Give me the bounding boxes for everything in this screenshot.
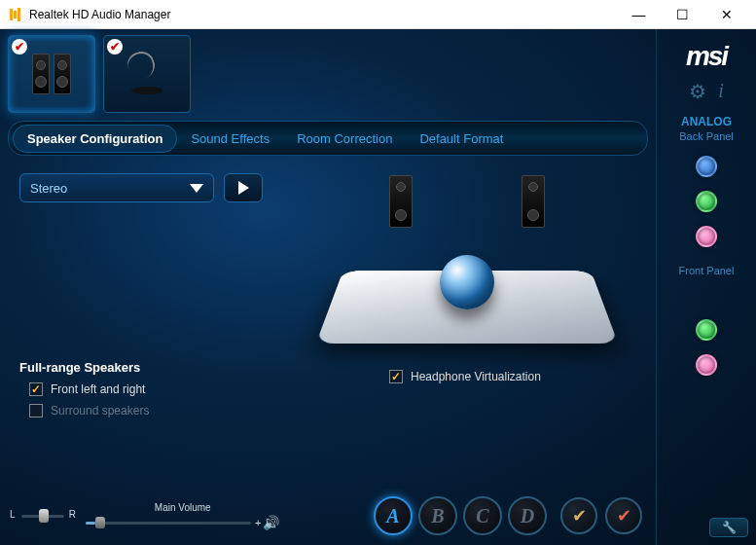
chevron-down-icon (190, 184, 203, 193)
device-selector-row: ✔ ✔ (0, 29, 656, 117)
analog-label: ANALOG (681, 115, 732, 128)
tab-room-correction[interactable]: Room Correction (283, 126, 406, 152)
bottom-bar: L R Main Volume + 🔊 A B C D (0, 487, 656, 545)
volume-plus-icon: + (255, 517, 261, 528)
tab-sound-effects[interactable]: Sound Effects (177, 126, 283, 152)
title-bar: Realtek HD Audio Manager — ☐ ✕ (0, 0, 756, 29)
tab-speaker-configuration[interactable]: Speaker Configuration (13, 125, 177, 153)
checkbox-front-lr-label: Front left and right (51, 382, 145, 396)
back-panel-label: Back Panel (679, 130, 734, 142)
stage-speaker-right[interactable] (522, 175, 545, 228)
connector-settings-button[interactable]: 🔧 (709, 518, 748, 537)
balance-right-label: R (69, 509, 76, 520)
cancel-button[interactable]: ✔ (605, 497, 642, 534)
stage-speaker-left[interactable] (389, 175, 413, 228)
apply-button[interactable]: ✔ (560, 497, 597, 534)
speaker-stage (321, 175, 613, 370)
preset-d-button[interactable]: D (508, 496, 547, 535)
jack-back-line-out[interactable] (696, 191, 717, 212)
jack-front-headphone[interactable] (696, 319, 717, 341)
preset-b-button[interactable]: B (418, 496, 457, 535)
jack-back-mic[interactable] (696, 226, 717, 247)
check-icon: ✔ (12, 39, 27, 54)
balance-left-label: L (10, 509, 16, 520)
speaker-mode-dropdown[interactable]: Stereo (19, 173, 214, 202)
tab-default-format[interactable]: Default Format (406, 126, 517, 152)
listener-orb-icon (440, 255, 494, 309)
msi-logo: msi (686, 41, 727, 72)
main-volume-label: Main Volume (155, 502, 211, 513)
device-microphone[interactable]: ✔ (103, 35, 191, 113)
jack-back-line-in[interactable] (696, 156, 717, 177)
speaker-mode-value: Stereo (30, 181, 67, 196)
checkbox-surround (29, 404, 43, 418)
svg-rect-1 (14, 11, 17, 18)
volume-icon[interactable]: 🔊 (263, 515, 279, 530)
speakers-icon (32, 54, 71, 94)
play-icon (238, 181, 249, 195)
close-button[interactable]: ✕ (704, 0, 748, 28)
maximize-button[interactable]: ☐ (661, 0, 704, 28)
settings-gear-icon[interactable]: ⚙ (689, 80, 706, 103)
front-panel-label: Front Panel (679, 265, 735, 276)
device-speakers[interactable]: ✔ (8, 35, 95, 113)
side-panel: msi ⚙ i ANALOG Back Panel Front Panel 🔧 (657, 29, 756, 545)
tab-bar: Speaker Configuration Sound Effects Room… (8, 121, 648, 156)
checkbox-front-lr[interactable] (29, 382, 43, 396)
checkbox-surround-label: Surround speakers (51, 404, 149, 418)
checkbox-headphone-virtualization[interactable] (389, 370, 403, 383)
info-icon[interactable]: i (718, 80, 724, 103)
app-icon (8, 7, 23, 22)
full-range-title: Full-range Speakers (19, 360, 149, 375)
svg-rect-0 (10, 9, 13, 20)
headphone-virtualization-label: Headphone Virtualization (411, 370, 541, 383)
check-icon: ✔ (107, 39, 123, 54)
balance-slider[interactable]: L R (14, 503, 72, 528)
play-test-button[interactable] (224, 173, 263, 202)
window-title: Realtek HD Audio Manager (29, 8, 617, 21)
preset-a-button[interactable]: A (374, 496, 413, 535)
svg-rect-2 (18, 8, 20, 21)
jack-front-mic[interactable] (696, 354, 717, 376)
microphone-icon (127, 50, 166, 98)
preset-c-button[interactable]: C (463, 496, 502, 535)
minimize-button[interactable]: — (617, 0, 661, 28)
main-volume-slider[interactable] (86, 515, 251, 530)
